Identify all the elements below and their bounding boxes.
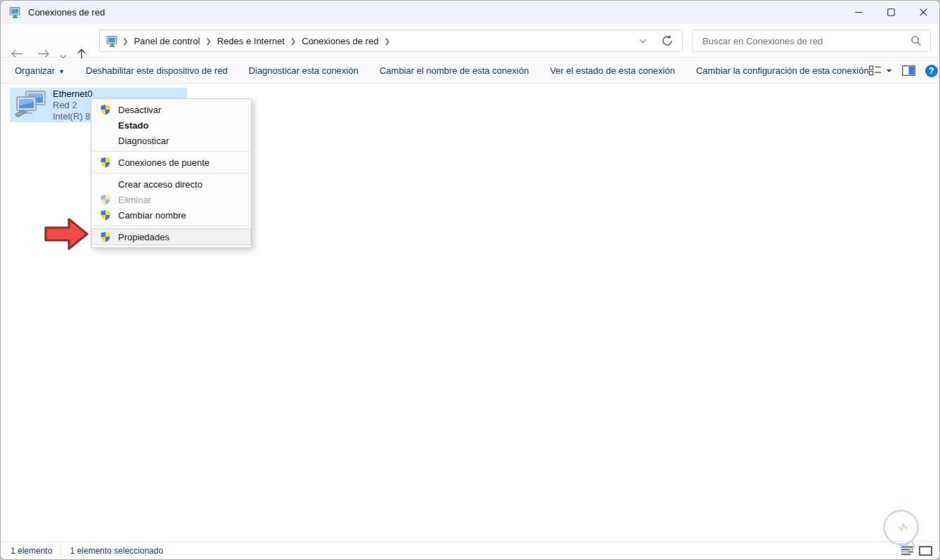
details-view-icon[interactable] [901, 546, 913, 555]
minimize-button[interactable] [842, 1, 875, 24]
menu-item-propiedades[interactable]: Propiedades [92, 229, 250, 245]
breadcrumb-segment[interactable]: Redes e Internet [216, 36, 286, 46]
menu-separator [92, 151, 250, 152]
chevron-down-icon [886, 69, 892, 73]
network-adapter-icon [14, 91, 46, 120]
menu-item-desactivar[interactable]: Desactivar [92, 102, 250, 117]
breadcrumb-chevron[interactable]: ❯ [380, 37, 394, 45]
search-icon[interactable] [910, 35, 922, 46]
menu-item-label: Crear acceso directo [118, 179, 202, 190]
preview-pane-icon[interactable] [902, 65, 915, 76]
command-links: Deshabilitar este dispositivo de redDiag… [65, 65, 869, 76]
uac-shield-icon [100, 104, 118, 115]
command-bar: Organizar▼ Deshabilitar este dispositivo… [1, 58, 939, 84]
breadcrumb-chevron[interactable]: ❯ [201, 37, 215, 45]
refresh-icon[interactable] [661, 34, 674, 47]
menu-item-cambiar-nombre[interactable]: Cambiar nombre [92, 207, 250, 223]
title-bar: Conexiones de red [1, 1, 939, 24]
change-view-button[interactable] [869, 65, 892, 76]
view-mode-icon [869, 65, 882, 76]
large-icons-view-icon[interactable] [919, 546, 932, 556]
breadcrumb-chevron: ❯ [118, 37, 132, 45]
selected-count: 1 elemento seleccionado [70, 546, 163, 556]
menu-item-estado[interactable]: Estado [92, 117, 250, 133]
breadcrumb-chevron[interactable]: ❯ [286, 37, 300, 45]
uac-shield-icon [100, 157, 118, 168]
breadcrumb-segment[interactable]: Panel de control [132, 36, 201, 46]
context-menu: DesactivarEstadoDiagnosticarConexiones d… [91, 98, 252, 248]
uac-shield-icon [100, 231, 118, 242]
close-icon [920, 8, 927, 16]
address-bar[interactable]: ❯ Panel de control❯Redes e Internet❯Cone… [99, 30, 683, 52]
address-dropdown-icon[interactable] [639, 39, 647, 44]
location-icon [106, 35, 118, 47]
uac-shield-icon [100, 231, 111, 242]
maximize-icon [887, 8, 895, 16]
uac-shield-icon [100, 194, 111, 205]
menu-item-label: Conexiones de puente [118, 157, 210, 168]
uac-shield-icon [100, 157, 111, 168]
navigation-bar: ❯ Panel de control❯Redes e Internet❯Cone… [1, 24, 939, 58]
menu-item-label: Desactivar [118, 105, 161, 115]
uac-shield-icon [100, 194, 118, 205]
menu-item-label: Eliminar [118, 195, 151, 205]
menu-item-conexiones-de-puente[interactable]: Conexiones de puente [92, 155, 250, 170]
uac-shield-icon [100, 209, 111, 221]
search-input[interactable] [701, 35, 910, 47]
chevron-down-icon: ▼ [58, 68, 65, 75]
menu-item-label: Estado [118, 120, 148, 131]
breadcrumb: Panel de control❯Redes e Internet❯Conexi… [132, 36, 394, 46]
menu-item-eliminar: Eliminar [92, 192, 250, 207]
maximize-button[interactable] [875, 1, 907, 24]
help-glyph: ? [929, 66, 934, 76]
uac-shield-icon [100, 209, 118, 221]
status-divider [60, 546, 61, 556]
breadcrumb-segment[interactable]: Conexiones de red [300, 36, 380, 46]
menu-item-diagnosticar[interactable]: Diagnosticar [92, 133, 250, 148]
menu-separator [92, 226, 250, 226]
back-icon [11, 49, 23, 59]
network-connections-window: Conexiones de red ❯ [0, 0, 940, 560]
organize-menu-button[interactable]: Organizar▼ [15, 65, 65, 76]
command-link[interactable]: Diagnosticar esta conexión [249, 65, 359, 76]
command-link[interactable]: Deshabilitar este dispositivo de red [86, 65, 228, 76]
menu-item-label: Cambiar nombre [118, 210, 186, 221]
forward-icon [37, 49, 50, 59]
help-button[interactable]: ? [925, 65, 938, 77]
menu-item-label: Diagnosticar [118, 136, 169, 146]
command-link[interactable]: Ver el estado de esta conexión [550, 65, 675, 76]
close-button[interactable] [907, 1, 939, 24]
uac-shield-icon [100, 104, 111, 115]
window-title: Conexiones de red [28, 7, 105, 18]
status-bar: 1 elemento 1 elemento seleccionado [1, 541, 939, 559]
command-link[interactable]: Cambiar el nombre de esta conexión [380, 65, 529, 76]
red-arrow-annotation [44, 216, 90, 252]
minimize-icon [855, 8, 863, 16]
menu-item-label: Propiedades [118, 232, 169, 242]
file-list-area[interactable]: Ethernet0 Red 2 Intel(R) 825 DesactivarE… [1, 84, 939, 542]
command-link[interactable]: Cambiar la configuración de esta conexió… [696, 65, 869, 76]
menu-item-crear-acceso-directo[interactable]: Crear acceso directo [92, 176, 250, 192]
item-count: 1 elemento [11, 546, 52, 556]
search-box [692, 30, 931, 52]
menu-separator [92, 173, 250, 174]
network-connections-icon [9, 6, 21, 18]
